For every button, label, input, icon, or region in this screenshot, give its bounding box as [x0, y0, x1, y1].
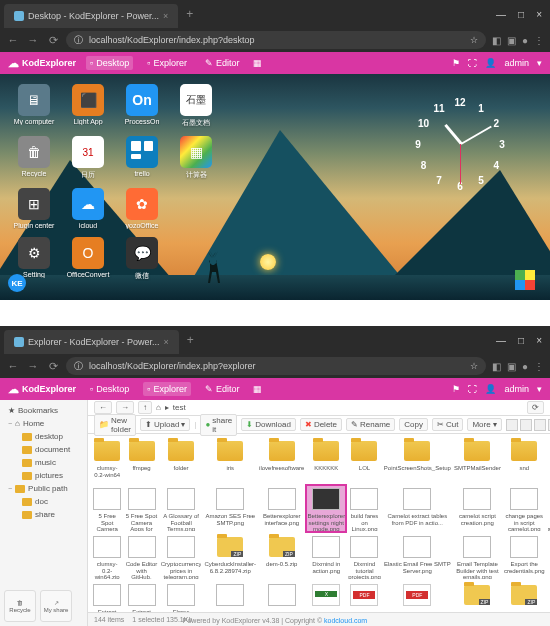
file-item[interactable]: ZIPCyberduckInstaller-6.8.2.28974.zip: [204, 534, 256, 579]
view-icons-button[interactable]: [506, 419, 518, 431]
file-item[interactable]: Dixmind tutorial projects.png: [348, 534, 381, 579]
nav-up[interactable]: ↑: [138, 401, 152, 414]
dropdown-icon[interactable]: ▾: [537, 58, 542, 68]
file-item[interactable]: Camelot extract tables from PDF in actio…: [384, 486, 451, 531]
file-item[interactable]: Elastic Email Free SMTP Server.png: [384, 534, 451, 579]
nav-back[interactable]: ←: [94, 401, 112, 414]
file-item[interactable]: snd: [504, 438, 545, 483]
file-item[interactable]: Extract tables from PDF with Free Co...: [125, 582, 157, 612]
reload-icon[interactable]: ⟳: [46, 360, 60, 373]
file-item[interactable]: 5 Free Spot Camera Apps for Android.jpg: [92, 486, 122, 531]
sidebar-item[interactable]: share: [4, 508, 83, 521]
new-folder-button[interactable]: 📁New folder: [94, 414, 136, 436]
maximize-icon[interactable]: □: [518, 9, 524, 20]
tab-close-icon[interactable]: ×: [163, 11, 168, 21]
fullscreen-icon[interactable]: ⛶: [468, 58, 477, 68]
maximize-icon[interactable]: □: [518, 335, 524, 346]
download-button[interactable]: ⬇Download: [241, 418, 296, 431]
star-icon[interactable]: ☆: [470, 35, 478, 45]
desktop-icon[interactable]: ✿yozoOffice: [118, 188, 166, 229]
file-item[interactable]: Amazon SES Free SMTP.png: [204, 486, 256, 531]
desktop-icon[interactable]: ▦计算器: [172, 136, 220, 180]
more-button[interactable]: More▾: [467, 418, 501, 431]
apps-icon[interactable]: ▦: [253, 384, 262, 394]
sidebar-item[interactable]: music: [4, 456, 83, 469]
profile-icon[interactable]: ●: [522, 361, 528, 372]
desktop-icon[interactable]: trello: [118, 136, 166, 180]
file-item[interactable]: clumsy-0.2-win64.zip: [92, 534, 122, 579]
file-item[interactable]: ffmpeg: [125, 438, 157, 483]
sidebar-item[interactable]: desktop: [4, 430, 83, 443]
desktop-area[interactable]: 🖥My computer⬛Light AppOnProcessOn石墨石墨文档🗑…: [0, 74, 550, 300]
menu-icon[interactable]: ⋮: [534, 361, 544, 372]
file-item[interactable]: Betterexplorer interface.png: [259, 486, 304, 531]
cut-button[interactable]: ✂Cut: [432, 418, 463, 431]
desktop-icon[interactable]: 🗑Recycle: [10, 136, 58, 180]
ke-badge[interactable]: KE: [8, 274, 26, 292]
collapse-icon[interactable]: −: [8, 485, 12, 492]
file-item[interactable]: Extract structured data from YouTube, F.…: [92, 582, 122, 612]
back-icon[interactable]: ←: [6, 360, 20, 372]
file-item[interactable]: Email Template Builder with test emails.…: [454, 534, 501, 579]
kod-logo[interactable]: ☁ KodExplorer: [8, 383, 76, 396]
file-item[interactable]: camelot script creation.png: [454, 486, 501, 531]
menu-desktop[interactable]: ▫Desktop: [86, 382, 133, 396]
tab-close-icon[interactable]: ×: [164, 337, 169, 347]
view-split-button[interactable]: [534, 419, 546, 431]
file-item[interactable]: Dixmind in action.png: [307, 534, 345, 579]
sidebar-item[interactable]: doc: [4, 495, 83, 508]
file-item[interactable]: iris: [204, 438, 256, 483]
file-item[interactable]: Cryptocurrency prices in telegram.png: [161, 534, 202, 579]
file-item[interactable]: KKKKKK: [307, 438, 345, 483]
ext-icon[interactable]: ▣: [507, 361, 516, 372]
file-item[interactable]: [259, 582, 304, 612]
fullscreen-icon[interactable]: ⛶: [468, 384, 477, 394]
desktop-icon[interactable]: 🖥My computer: [10, 84, 58, 128]
share-button[interactable]: ●share it: [200, 414, 237, 436]
upload-button[interactable]: ⬆Upload▾: [140, 418, 190, 431]
minimize-icon[interactable]: —: [496, 9, 506, 20]
menu-editor[interactable]: ✎Editor: [201, 56, 244, 70]
flag-icon[interactable]: ⚑: [452, 384, 460, 394]
menu-icon[interactable]: ⋮: [534, 35, 544, 46]
files-grid[interactable]: clumsy-0.2-win64ffmpegfolderirisilovefre…: [88, 434, 550, 612]
forward-icon[interactable]: →: [26, 34, 40, 46]
copy-button[interactable]: Copy: [399, 418, 428, 431]
sidebar-item[interactable]: pictures: [4, 469, 83, 482]
footer-link[interactable]: kodcloud.com: [324, 617, 367, 624]
sidebar-item[interactable]: document: [4, 443, 83, 456]
breadcrumb-path[interactable]: test: [173, 403, 186, 412]
file-item[interactable]: clumsy-0.2-win64: [92, 438, 122, 483]
file-item[interactable]: SMTPMailSender: [454, 438, 501, 483]
user-name[interactable]: admin: [504, 384, 529, 394]
profile-icon[interactable]: ●: [522, 35, 528, 46]
menu-desktop[interactable]: ▫Desktop: [86, 56, 133, 70]
file-item[interactable]: PDF: [384, 582, 451, 612]
menu-explorer[interactable]: ▫Explorer: [143, 56, 191, 70]
sidebar-bookmarks[interactable]: ★Bookmarks: [4, 404, 83, 417]
new-tab-button[interactable]: +: [179, 333, 202, 347]
view-list-button[interactable]: [520, 419, 532, 431]
file-item[interactable]: Export the credentials.png: [504, 534, 545, 579]
back-icon[interactable]: ←: [6, 34, 20, 46]
file-item[interactable]: X: [307, 582, 345, 612]
desktop-icon[interactable]: ⬛Light App: [64, 84, 112, 128]
rename-button[interactable]: ✎Rename: [346, 418, 395, 431]
nav-forward[interactable]: →: [116, 401, 134, 414]
refresh-button[interactable]: ⟳: [527, 401, 544, 414]
file-item[interactable]: build fares on Linux.png: [348, 486, 381, 531]
browser-tab[interactable]: Desktop - KodExplorer - Power... ×: [4, 4, 178, 28]
file-item[interactable]: 5 Free Spot Camera Apps for Android.png: [125, 486, 157, 531]
file-item[interactable]: PointScreenShots_Setup: [384, 438, 451, 483]
file-item[interactable]: ilovefreesoftware: [259, 438, 304, 483]
file-item[interactable]: LOL: [348, 438, 381, 483]
file-item[interactable]: A Glossary of Football Terms.png: [161, 486, 202, 531]
ext-icon[interactable]: ▣: [507, 35, 516, 46]
close-icon[interactable]: ×: [536, 335, 542, 346]
home-icon[interactable]: ⌂: [156, 403, 161, 412]
ext-icon[interactable]: ◧: [492, 361, 501, 372]
desktop-icon[interactable]: ⊞Plugin center: [10, 188, 58, 229]
file-item[interactable]: ZIP: [454, 582, 501, 612]
ext-icon[interactable]: ◧: [492, 35, 501, 46]
sidebar-public[interactable]: −Public path: [4, 482, 83, 495]
